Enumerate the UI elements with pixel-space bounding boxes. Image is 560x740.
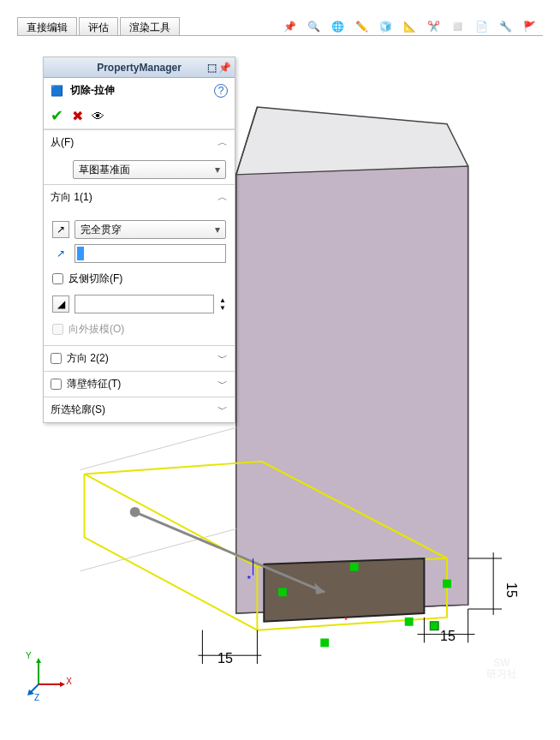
- direction2-checkbox[interactable]: [51, 353, 62, 364]
- svg-rect-10: [350, 563, 359, 571]
- svg-rect-9: [278, 588, 287, 596]
- cut-extrude-icon: 🟦: [51, 85, 63, 97]
- reverse-direction-icon[interactable]: ↗: [52, 221, 69, 238]
- section-icon[interactable]: ✂️: [425, 18, 442, 35]
- section-from[interactable]: 从(F)︿: [44, 130, 235, 155]
- tab-direct-edit[interactable]: 直接编辑: [17, 17, 77, 35]
- svg-point-4: [130, 507, 140, 517]
- end-condition-combo[interactable]: 完全贯穿: [74, 220, 226, 239]
- preview-button[interactable]: 👁: [92, 109, 104, 123]
- section-thin[interactable]: 薄壁特征(T)﹀: [44, 372, 235, 397]
- shaded-icon[interactable]: 🧊: [377, 18, 394, 35]
- tab-evaluate[interactable]: 评估: [79, 17, 118, 35]
- flip-cut-checkbox[interactable]: [52, 273, 63, 284]
- feature-name: 切除-拉伸: [70, 83, 115, 98]
- direction-input[interactable]: [74, 244, 226, 263]
- direction-vector-icon[interactable]: ↗: [52, 248, 69, 260]
- layer-icon[interactable]: 📄: [473, 18, 490, 35]
- sketch-icon[interactable]: ✏️: [353, 18, 370, 35]
- svg-text:*: *: [344, 614, 349, 626]
- tab-render-tools[interactable]: 渲染工具: [120, 17, 180, 35]
- svg-rect-11: [405, 618, 414, 626]
- section-direction1[interactable]: 方向 1(1)︿: [44, 185, 235, 210]
- cube-icon[interactable]: ◻️: [449, 18, 466, 35]
- property-manager-panel: PropertyManager ⬚ 📌 🟦 切除-拉伸 ? ✔ ✖ 👁 从(F)…: [43, 57, 235, 423]
- ok-button[interactable]: ✔: [51, 106, 63, 125]
- flag-icon[interactable]: 🚩: [521, 18, 538, 35]
- section-direction2[interactable]: 方向 2(2)﹀: [44, 346, 235, 371]
- cancel-button[interactable]: ✖: [72, 108, 83, 124]
- dimension-value[interactable]: 15: [440, 629, 456, 644]
- svg-text:*: *: [247, 573, 252, 585]
- expand-icon[interactable]: ⬚: [207, 62, 217, 74]
- wrench-icon[interactable]: 🔧: [497, 18, 514, 35]
- globe-icon[interactable]: 🌐: [329, 18, 346, 35]
- measure-icon[interactable]: 📐: [401, 18, 418, 35]
- spin-down[interactable]: ▼: [219, 304, 226, 312]
- svg-marker-2: [264, 558, 424, 622]
- ribbon-tabs: 直接编辑 评估 渲染工具 📌 🔍 🌐 ✏️ 🧊 📐 ✂️ ◻️ 📄 🔧 🚩: [17, 17, 543, 36]
- draft-outward-checkbox: [52, 324, 63, 335]
- pushpin-icon[interactable]: 📌: [218, 62, 231, 74]
- svg-rect-13: [320, 639, 329, 648]
- section-contour[interactable]: 所选轮廓(S)﹀: [44, 397, 235, 422]
- search-icon[interactable]: 🔍: [305, 18, 322, 35]
- panel-title: PropertyManager: [97, 62, 182, 74]
- help-icon[interactable]: ?: [214, 84, 228, 98]
- thin-feature-checkbox[interactable]: [51, 379, 62, 390]
- svg-rect-14: [430, 622, 438, 630]
- draft-icon[interactable]: ◢: [52, 295, 69, 313]
- spin-up[interactable]: ▲: [219, 296, 226, 304]
- dimension-value[interactable]: 15: [503, 582, 519, 598]
- dimension-value[interactable]: 15: [217, 651, 233, 666]
- pin-icon[interactable]: 📌: [281, 18, 298, 35]
- draft-input[interactable]: [74, 295, 214, 313]
- svg-marker-1: [236, 166, 468, 613]
- panel-header: PropertyManager ⬚ 📌: [44, 57, 235, 78]
- svg-rect-12: [443, 580, 451, 588]
- from-combo[interactable]: 草图基准面: [73, 160, 226, 179]
